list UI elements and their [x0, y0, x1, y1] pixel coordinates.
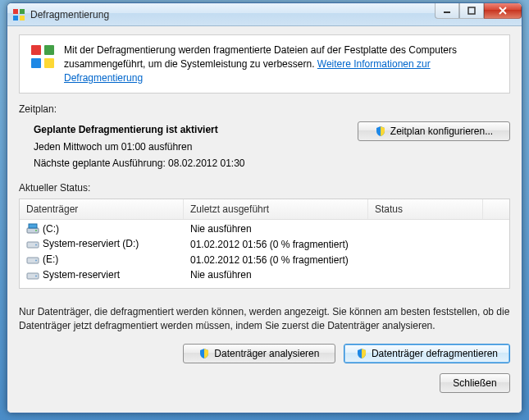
drive-name: (C:): [43, 223, 59, 235]
analyze-button[interactable]: Datenträger analysieren: [183, 344, 335, 363]
defragment-button[interactable]: Datenträger defragmentieren: [344, 344, 510, 363]
svg-point-18: [35, 275, 37, 276]
drive-last-run: 01.02.2012 01:56 (0 % fragmentiert): [190, 254, 375, 266]
svg-point-14: [35, 244, 37, 246]
schedule-info: Geplante Defragmentierung ist aktiviert …: [19, 121, 358, 171]
column-drive[interactable]: Datenträger: [20, 199, 184, 219]
titlebar[interactable]: Defragmentierung: [7, 3, 522, 26]
drive-list: Datenträger Zuletzt ausgeführt Status (C…: [19, 199, 510, 289]
table-row[interactable]: System-reserviertNie ausführen: [20, 267, 509, 283]
drive-icon: [26, 239, 39, 250]
drive-icon: [26, 223, 39, 235]
column-spacer: [483, 199, 509, 219]
schedule-row: Geplante Defragmentierung ist aktiviert …: [19, 121, 510, 171]
table-row[interactable]: System-reserviert (D:)01.02.2012 01:56 (…: [20, 236, 509, 252]
window-controls: [435, 2, 522, 19]
schedule-recurrence: Jeden Mittwoch um 01:00 ausführen: [34, 139, 358, 155]
shield-icon: [356, 348, 367, 359]
svg-rect-9: [44, 58, 54, 68]
table-row[interactable]: (C:)Nie ausführen: [20, 221, 509, 237]
svg-rect-8: [31, 58, 41, 68]
status-section-label: Aktueller Status:: [19, 182, 510, 194]
defrag-icon: [30, 43, 56, 70]
svg-rect-7: [44, 45, 54, 55]
action-buttons: Datenträger analysieren Datenträger defr…: [19, 344, 510, 363]
close-row: Schließen: [19, 373, 510, 393]
defragment-label: Datenträger defragmentieren: [372, 348, 498, 359]
minimize-button[interactable]: [435, 2, 459, 19]
app-icon: [12, 8, 25, 21]
drive-list-body: (C:)Nie ausführenSystem-reserviert (D:)0…: [20, 220, 509, 288]
svg-point-16: [35, 260, 37, 262]
defrag-window: Defragmentierung: [7, 2, 522, 413]
configure-schedule-button[interactable]: Zeitplan konfigurieren...: [358, 121, 510, 141]
svg-rect-6: [31, 45, 41, 55]
svg-point-12: [35, 230, 37, 231]
schedule-next-run: Nächste geplante Ausführung: 08.02.2012 …: [34, 155, 358, 171]
svg-rect-11: [29, 224, 37, 228]
drive-icon: [26, 270, 39, 281]
svg-rect-0: [13, 9, 18, 14]
close-label: Schließen: [453, 377, 496, 389]
info-text: Mit der Defragmentierung werden fragment…: [64, 43, 499, 84]
drive-last-run: Nie ausführen: [190, 269, 375, 281]
table-row[interactable]: (E:)01.02.2012 01:56 (0 % fragmentiert): [20, 252, 509, 267]
drive-last-run: Nie ausführen: [190, 223, 375, 235]
schedule-status: Geplante Defragmentierung ist aktiviert: [34, 121, 358, 138]
svg-rect-5: [468, 7, 475, 14]
maximize-button[interactable]: [459, 2, 484, 19]
drive-name: System-reserviert (D:): [43, 238, 139, 249]
schedule-section-label: Zeitplan:: [19, 103, 510, 115]
svg-rect-2: [13, 16, 18, 21]
analyze-label: Datenträger analysieren: [214, 348, 319, 359]
configure-schedule-label: Zeitplan konfigurieren...: [390, 126, 493, 137]
content-area: Mit der Defragmentierung werden fragment…: [7, 26, 522, 413]
drive-name: (E:): [43, 253, 58, 265]
column-status[interactable]: Status: [368, 199, 483, 219]
svg-rect-3: [20, 16, 25, 21]
close-dialog-button[interactable]: Schließen: [440, 373, 510, 393]
drive-icon: [26, 254, 39, 266]
close-button[interactable]: [484, 2, 522, 19]
window-title: Defragmentierung: [30, 9, 109, 21]
svg-rect-4: [444, 11, 450, 13]
shield-icon: [375, 126, 386, 137]
info-banner: Mit der Defragmentierung werden fragment…: [19, 34, 510, 94]
column-last-run[interactable]: Zuletzt ausgeführt: [184, 199, 368, 219]
drive-name: System-reserviert: [43, 269, 120, 281]
svg-rect-1: [20, 9, 25, 14]
shield-icon: [198, 348, 210, 359]
drive-last-run: 01.02.2012 01:56 (0 % fragmentiert): [190, 239, 375, 250]
note-text: Nur Datenträger, die defragmentiert werd…: [19, 305, 510, 333]
drive-list-header: Datenträger Zuletzt ausgeführt Status: [20, 199, 509, 220]
